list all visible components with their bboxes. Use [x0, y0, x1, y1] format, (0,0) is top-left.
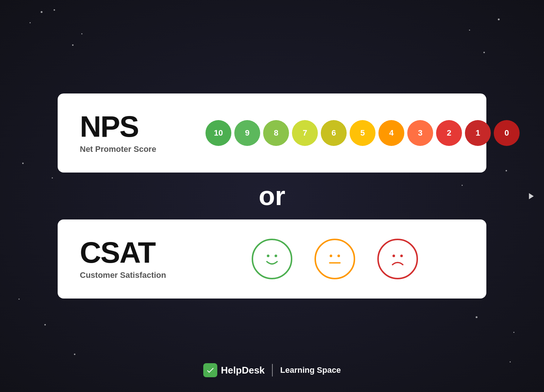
sad-face-svg — [385, 246, 411, 272]
svg-point-1 — [275, 255, 277, 257]
helpdesk-brand: HelpDesk — [221, 365, 265, 376]
nps-circle-6[interactable]: 6 — [321, 120, 347, 146]
csat-subtitle: Customer Satisfaction — [80, 270, 183, 280]
nps-circle-8[interactable]: 8 — [263, 120, 289, 146]
csat-emojis — [205, 239, 464, 279]
nps-circle-4[interactable]: 4 — [378, 120, 404, 146]
svg-point-3 — [337, 255, 340, 257]
csat-label: CSAT Customer Satisfaction — [80, 238, 183, 280]
nps-subtitle: Net Promoter Score — [80, 144, 183, 154]
csat-emoji-neutral[interactable] — [314, 239, 355, 279]
nps-circle-0[interactable]: 0 — [494, 120, 520, 146]
nps-label: NPS Net Promoter Score — [80, 112, 183, 154]
nps-circle-3[interactable]: 3 — [407, 120, 433, 146]
happy-face-svg — [259, 246, 285, 272]
nps-circle-2[interactable]: 2 — [436, 120, 462, 146]
nps-circles: 109876543210 — [205, 120, 520, 146]
neutral-face-svg — [322, 246, 348, 272]
checkmark-icon — [206, 366, 215, 375]
csat-emoji-happy[interactable] — [252, 239, 292, 279]
helpdesk-icon — [203, 363, 217, 377]
or-divider: or — [259, 180, 285, 212]
nps-circle-7[interactable]: 7 — [292, 120, 318, 146]
play-icon — [526, 191, 536, 201]
nps-circle-10[interactable]: 10 — [205, 120, 231, 146]
nps-title: NPS — [80, 112, 183, 142]
svg-point-2 — [330, 255, 332, 257]
csat-card: CSAT Customer Satisfaction — [58, 219, 486, 299]
nps-circle-9[interactable]: 9 — [234, 120, 260, 146]
svg-point-5 — [400, 255, 403, 257]
svg-point-4 — [392, 255, 395, 257]
main-content: NPS Net Promoter Score 109876543210 or C… — [58, 93, 486, 298]
csat-title: CSAT — [80, 238, 183, 267]
nps-card: NPS Net Promoter Score 109876543210 — [58, 93, 486, 173]
play-button[interactable] — [525, 190, 537, 202]
footer-learning-space: Learning Space — [280, 365, 341, 375]
helpdesk-logo: HelpDesk — [203, 363, 265, 377]
nps-circle-5[interactable]: 5 — [350, 120, 375, 146]
footer-divider — [272, 364, 273, 376]
nps-circle-1[interactable]: 1 — [465, 120, 491, 146]
svg-point-0 — [267, 255, 269, 257]
footer: HelpDesk Learning Space — [203, 363, 341, 377]
csat-emoji-sad[interactable] — [377, 239, 418, 279]
